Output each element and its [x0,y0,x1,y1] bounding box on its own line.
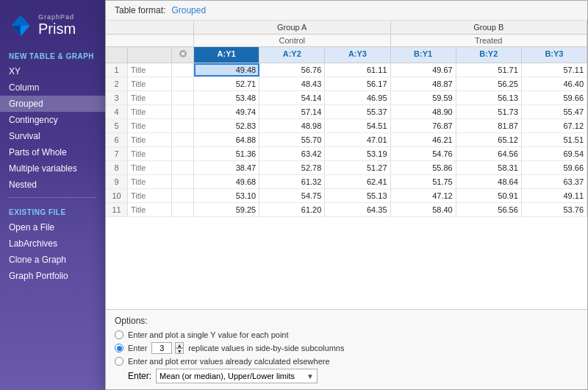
row-title[interactable]: Title [128,189,172,202]
stepper-up[interactable]: ▲ [175,342,184,348]
sidebar-item-column[interactable]: Column [0,79,105,96]
data-cell[interactable]: 52.78 [259,161,325,174]
data-cell[interactable]: 67.12 [522,119,587,132]
data-cell[interactable]: 61.11 [325,63,390,77]
row-title[interactable]: Title [128,161,172,174]
sidebar-item-xy[interactable]: XY [0,63,105,79]
option-1-radio[interactable] [115,330,123,339]
data-cell[interactable]: 48.64 [456,175,522,188]
data-cell[interactable]: 76.87 [391,119,456,132]
sidebar-item-grouped[interactable]: Grouped [0,96,105,112]
data-cell[interactable]: 47.12 [391,189,456,202]
data-cell[interactable]: 57.11 [522,63,587,77]
data-cell[interactable]: 38.47 [194,161,259,174]
data-cell[interactable]: 51.36 [194,147,259,160]
data-cell[interactable]: 58.31 [456,161,522,174]
data-cell[interactable]: 55.70 [259,133,325,146]
data-cell[interactable]: 52.71 [194,77,259,91]
data-cell[interactable]: 48.90 [391,105,456,118]
sidebar-item-labarchives[interactable]: LabArchives [0,235,105,252]
data-cell[interactable]: 56.17 [325,77,390,91]
data-cell[interactable]: 48.87 [391,77,456,91]
replicate-count-input[interactable] [151,342,172,354]
row-title[interactable]: Title [128,175,172,188]
data-cell[interactable]: 58.40 [391,203,456,216]
data-cell[interactable]: 51.75 [391,175,456,188]
data-cell[interactable]: 61.32 [259,175,325,188]
sidebar-item-multiple-variables[interactable]: Multiple variables [0,160,105,177]
option-3-radio[interactable] [115,357,123,366]
col-by1[interactable]: B:Y1 [391,47,456,63]
replicate-stepper[interactable]: ▲ ▼ [175,342,184,354]
data-cell[interactable]: 56.13 [456,91,522,104]
row-title[interactable]: Title [128,105,172,118]
col-by3[interactable]: B:Y3 [522,47,587,63]
data-cell[interactable]: 53.48 [194,91,259,104]
data-cell[interactable]: 64.56 [456,147,522,160]
data-cell[interactable]: 46.21 [391,133,456,146]
data-cell[interactable]: 49.48 [194,63,259,77]
sidebar-item-graph-portfolio[interactable]: Graph Portfolio [0,268,105,284]
data-cell[interactable]: 48.98 [259,119,325,132]
sidebar-item-survival[interactable]: Survival [0,128,105,144]
data-cell[interactable]: 63.42 [259,147,325,160]
data-cell[interactable]: 51.27 [325,161,390,174]
row-title[interactable]: Title [128,91,172,104]
data-cell[interactable]: 49.74 [194,105,259,118]
sidebar-item-parts-of-whole[interactable]: Parts of Whole [0,144,105,160]
row-title[interactable]: Title [128,133,172,146]
col-ay2[interactable]: A:Y2 [259,47,325,63]
row-title[interactable]: Title [128,203,172,216]
data-cell[interactable]: 51.71 [456,63,522,77]
data-cell[interactable]: 52.83 [194,119,259,132]
data-cell[interactable]: 53.19 [325,147,390,160]
sidebar-item-clone-graph[interactable]: Clone a Graph [0,252,105,268]
data-cell[interactable]: 64.35 [325,203,390,216]
data-cell[interactable]: 46.95 [325,91,390,104]
data-cell[interactable]: 53.76 [522,203,587,216]
data-cell[interactable]: 64.88 [194,133,259,146]
data-cell[interactable]: 59.66 [522,91,587,104]
row-title[interactable]: Title [128,63,172,77]
data-cell[interactable]: 54.14 [259,91,325,104]
data-cell[interactable]: 54.51 [325,119,390,132]
data-cell[interactable]: 49.11 [522,189,587,202]
data-cell[interactable]: 54.76 [391,147,456,160]
option-2-radio[interactable] [115,344,123,352]
data-cell[interactable]: 57.14 [259,105,325,118]
col-by2[interactable]: B:Y2 [456,47,522,63]
data-cell[interactable]: 59.25 [194,203,259,216]
sidebar-item-nested[interactable]: Nested [0,177,105,193]
data-cell[interactable]: 81.87 [456,119,522,132]
col-ay3[interactable]: A:Y3 [325,47,390,63]
data-cell[interactable]: 51.73 [456,105,522,118]
sidebar-item-open-file[interactable]: Open a File [0,219,105,235]
row-title[interactable]: Title [128,77,172,91]
data-cell[interactable]: 55.37 [325,105,390,118]
stepper-down[interactable]: ▼ [175,348,184,354]
data-cell[interactable]: 65.12 [456,133,522,146]
data-cell[interactable]: 69.54 [522,147,587,160]
data-cell[interactable]: 48.43 [259,77,325,91]
data-cell[interactable]: 54.75 [259,189,325,202]
data-cell[interactable]: 56.25 [456,77,522,91]
data-cell[interactable]: 55.13 [325,189,390,202]
data-cell[interactable]: 49.67 [391,63,456,77]
table-format-value[interactable]: Grouped [171,5,206,15]
data-cell[interactable]: 62.41 [325,175,390,188]
row-title[interactable]: Title [128,119,172,132]
data-cell[interactable]: 56.76 [259,63,325,77]
data-cell[interactable]: 55.47 [522,105,587,118]
data-cell[interactable]: 61.20 [259,203,325,216]
data-cell[interactable]: 55.86 [391,161,456,174]
enter-dropdown[interactable]: Mean (or median), Upper/Lower limits ▼ [156,369,318,383]
data-cell[interactable]: 46.40 [522,77,587,91]
data-cell[interactable]: 53.10 [194,189,259,202]
data-cell[interactable]: 49.68 [194,175,259,188]
clear-header[interactable] [172,47,194,63]
col-ay1[interactable]: A:Y1 [194,47,259,63]
data-cell[interactable]: 47.01 [325,133,390,146]
row-title[interactable]: Title [128,147,172,160]
sidebar-item-contingency[interactable]: Contingency [0,112,105,128]
data-cell[interactable]: 63.37 [522,175,587,188]
